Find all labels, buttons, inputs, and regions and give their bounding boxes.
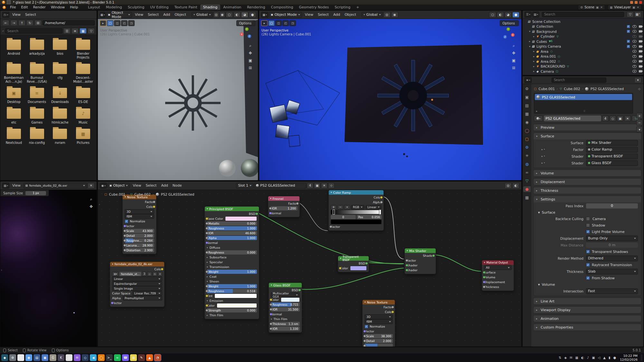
toggle-grid-icon[interactable]: ⊞ [512, 66, 516, 70]
source-dropdown[interactable]: Single Image [112, 286, 162, 291]
add-slot-button[interactable]: + [636, 113, 643, 119]
zoom-icon[interactable]: ⌕ [249, 43, 252, 48]
disable-render-icon[interactable] [639, 25, 642, 28]
image-canvas[interactable]: › ⌕ ✥ [0, 190, 97, 347]
expand-arrow[interactable]: ▸ [532, 60, 535, 63]
slot-specials-button[interactable]: ▾ [636, 126, 643, 132]
material-selector[interactable]: PS2 GLASSSelected [254, 183, 306, 189]
disable-render-icon[interactable] [639, 70, 642, 72]
expand-arrow[interactable]: ▸ [532, 65, 535, 68]
properties-tab[interactable]: ◯ [523, 128, 531, 134]
tray-icon[interactable]: ◁ [598, 356, 601, 359]
collection-checkbox[interactable] [627, 30, 630, 33]
properties-options-icon[interactable]: ▾ [634, 77, 641, 83]
node-transparent-bsdf[interactable]: ▾Transparent BSDF BSDF Color [338, 256, 369, 272]
filter-button[interactable]: ▽ [88, 28, 95, 34]
taskbar-app-icon[interactable]: ▤ [33, 354, 40, 361]
viewport-menu[interactable]: Select [316, 13, 331, 17]
stop-color-swatch[interactable] [331, 219, 382, 224]
disable-render-icon[interactable] [639, 45, 642, 48]
shader-input-dropdown[interactable]: Color Ramp [586, 147, 638, 153]
stop-index-field[interactable]: 0 [331, 215, 356, 219]
orientation-dropdown[interactable]: ⌖Global [192, 12, 213, 18]
disable-render-icon[interactable] [639, 35, 642, 38]
image-name-field[interactable]: ferndale_st... [119, 272, 142, 276]
clock[interactable]: 10:22 PM 12/02/2026 [620, 354, 638, 361]
fake-user-shield-icon[interactable]: ◇ [147, 272, 152, 276]
ramp-color-mode[interactable]: RGB [351, 205, 365, 209]
color-space-dropdown[interactable]: Linear Rec.709 [132, 291, 162, 296]
taskbar-app-icon[interactable]: ☎ [122, 354, 129, 361]
folder-item[interactable]: Bomberman Act-...n,Ja) [2, 64, 25, 83]
ramp-specials-button[interactable]: ▾ [344, 205, 350, 209]
taskbar-app-icon[interactable]: ◯ [98, 354, 105, 361]
viewport-menu[interactable]: Add [161, 13, 172, 17]
viewport-menu[interactable]: Object [342, 13, 358, 17]
glass-cube[interactable] [288, 135, 300, 147]
taskbar-app-icon[interactable]: ⚙ [9, 354, 16, 361]
menu-item[interactable]: Window [48, 5, 67, 9]
properties-tab[interactable]: ▢ [523, 136, 531, 142]
folder-item[interactable]: ≡ Documents [25, 88, 49, 104]
hide-eye-icon[interactable] [632, 30, 637, 33]
properties-tab[interactable]: ▤ [523, 103, 531, 108]
viewport-menu[interactable]: View [133, 13, 146, 17]
noise-dimensions-dropdown[interactable]: 3D [365, 314, 393, 319]
select-lasso-tool-button[interactable]: ◰ [121, 20, 128, 26]
folder-item[interactable]: ♪ Music [71, 108, 95, 125]
shader-menu[interactable]: Add [159, 183, 170, 188]
tray-icon[interactable]: ◐ [581, 356, 584, 359]
taskbar-app-icon[interactable]: ◔ [154, 354, 161, 361]
properties-tab[interactable]: ⚙ [523, 144, 531, 150]
snap-icon[interactable]: ◎ [384, 12, 391, 18]
glass-cube[interactable] [270, 105, 288, 123]
shading-wireframe-icon[interactable]: ○ [226, 12, 233, 18]
transparent-color-swatch[interactable] [350, 266, 367, 271]
outliner-row[interactable]: ▸ BACKGROUND ▽ [523, 64, 643, 69]
select-box-tool-button[interactable]: ▢ [107, 20, 113, 26]
properties-tab[interactable]: ▣ [523, 94, 531, 100]
panel-surface[interactable]: ▾Surface [534, 133, 641, 139]
unlink-image-button[interactable]: ✕ [158, 272, 162, 276]
workspace-tab[interactable]: Compositing [268, 5, 296, 10]
snap-icon[interactable]: ◎ [213, 12, 219, 18]
normalize-checkbox[interactable] [365, 325, 368, 329]
backface-shadow-checkbox[interactable] [586, 223, 590, 227]
taskbar-app-icon[interactable]: ▥ [130, 354, 137, 361]
shading-material-icon[interactable]: ◕ [241, 12, 248, 18]
shader-type-dropdown[interactable]: ▣Object [108, 183, 130, 189]
shading-wireframe-icon[interactable]: ○ [489, 12, 496, 18]
taskbar-app-icon[interactable]: ◀ [90, 354, 97, 361]
expand-arrow[interactable]: ▸ [532, 35, 535, 38]
viewport-right-canvas[interactable]: ▸ ▢ ◫ ◰ ◳ Options User Perspective (26) … [259, 19, 521, 180]
editor-type-3d-viewport[interactable]: ▦▾ [261, 12, 268, 18]
editor-type-outliner[interactable]: ☰▾ [525, 12, 532, 17]
outliner-row[interactable]: ▾ Lights Camera [523, 44, 643, 49]
settings-surface-subpanel[interactable]: ▾Surface [534, 209, 641, 216]
folder-item[interactable]: nix-config [25, 129, 49, 145]
outliner-row[interactable]: ▸ Camera □ [523, 69, 643, 74]
panel-preview[interactable]: ▸Preview [534, 124, 641, 131]
output-target-dropdown[interactable]: All [484, 265, 512, 270]
folder-item[interactable]: Nextcloud [2, 129, 25, 145]
node-material-output[interactable]: ▾Material Output All Surface Volume Disp… [482, 260, 514, 291]
viewport-left-canvas[interactable]: ▸ ▢ ◫ ◰ ◳ Options User Perspective (26) … [98, 19, 258, 180]
fake-user-shield-icon[interactable]: ◇ [610, 116, 616, 121]
material-users-count[interactable]: 4 [602, 116, 609, 121]
expand-arrow[interactable]: ▸ [532, 70, 535, 73]
tray-icon[interactable]: ● [613, 356, 616, 359]
hide-eye-icon[interactable] [632, 70, 637, 73]
collapsed-panel[interactable]: ▸Viewport Display [534, 307, 641, 313]
taskbar-app-icon[interactable]: ✎ [138, 354, 145, 361]
panel-displacement[interactable]: ▸Displacement [534, 179, 641, 185]
node-noise-texture-1[interactable]: ▾Noise Texture Factor Color 3D fBM Norma… [122, 194, 156, 254]
shader-menu[interactable]: Node [170, 183, 184, 188]
toolbar-expand-arrow[interactable]: › [1, 268, 2, 272]
expand-arrow[interactable]: ▸ [528, 40, 531, 43]
properties-tab[interactable]: ◍ [523, 161, 531, 167]
folder-item[interactable]: bios [49, 40, 72, 59]
filter-icon[interactable]: ▽ [627, 12, 634, 17]
material-browse-button[interactable]: ▾ [534, 116, 543, 121]
taskbar-app-icon[interactable]: ≈ [114, 354, 121, 361]
tray-icon[interactable]: ⇅ [559, 356, 561, 359]
